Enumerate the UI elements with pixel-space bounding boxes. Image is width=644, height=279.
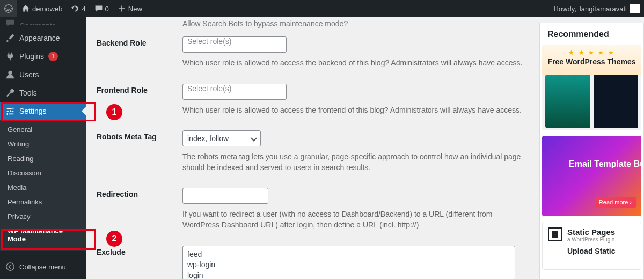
new-label: New [128, 5, 142, 13]
collapse-menu[interactable]: Collapse menu [0, 258, 86, 276]
star-icon: ★ ★ ★ ★ ★ [542, 45, 641, 56]
sidebar-label: Users [19, 70, 39, 79]
settings-submenu: General Writing Reading Discussion Media… [0, 120, 86, 251]
annotation-callout-1: 1 [106, 104, 122, 120]
sidebar-label: Plugins [19, 52, 44, 61]
plus-icon [118, 4, 126, 13]
robots-select[interactable]: index, follow [182, 130, 261, 146]
frontend-role-select[interactable]: Select role(s) [182, 84, 287, 100]
sidebar-label: Settings [19, 107, 47, 115]
frontend-role-label: Frontend Role [97, 84, 182, 94]
svg-point-1 [8, 71, 12, 75]
chevron-down-icon [251, 136, 257, 142]
updates-link[interactable]: 4 [67, 0, 90, 17]
sidebar-item-appearance[interactable]: Appearance [0, 29, 86, 47]
sub-wp-maintenance[interactable]: WP Maintenance Mode [0, 224, 86, 246]
updates-count: 4 [82, 5, 85, 13]
admin-sidebar: Comments Appearance Plugins 1 Users Tool… [0, 17, 86, 279]
sidebar-label: Comments [19, 21, 56, 25]
promo-email-template[interactable]: Email Template Builder Read more › [542, 136, 641, 216]
robots-label: Robots Meta Tag [97, 130, 182, 141]
admin-bar-right[interactable]: Howdy, langitamaravati [553, 4, 644, 13]
wrench-icon [5, 88, 15, 98]
comments-count: 0 [105, 5, 109, 13]
home-icon [21, 4, 30, 13]
sub-permalinks[interactable]: Permalinks [0, 195, 86, 209]
user-icon [5, 70, 15, 79]
backend-role-placeholder: Select role(s) [187, 37, 231, 46]
robots-desc: The robots meta tag lets you use a granu… [182, 152, 526, 173]
promo-static-pages[interactable]: Static Pages a WordPress Plugin Upload S… [542, 222, 641, 270]
recommended-panel: Recommended ★ ★ ★ ★ ★ Free WordPress The… [539, 23, 644, 279]
comment-icon [94, 4, 103, 13]
sidebar-item-comments-peek[interactable]: Comments [0, 17, 86, 29]
admin-bar-left: demoweb 4 0 New [0, 0, 147, 17]
avatar [630, 4, 640, 13]
promo3-sub: a WordPress Plugin [567, 237, 615, 243]
recommended-title: Recommended [540, 23, 643, 45]
sub-writing[interactable]: Writing [0, 137, 86, 151]
promo3-body: Upload Static [567, 247, 615, 255]
plugins-badge: 1 [48, 52, 58, 61]
sidebar-item-tools[interactable]: Tools [0, 84, 86, 102]
redirection-input[interactable] [182, 188, 268, 204]
collapse-icon [5, 262, 15, 271]
exclude-textarea[interactable]: feed wp-login login [182, 246, 515, 279]
wordpress-icon [4, 4, 13, 13]
plug-icon [5, 52, 15, 61]
collapse-label: Collapse menu [19, 263, 66, 271]
site-link[interactable]: demoweb [17, 0, 67, 17]
refresh-icon [71, 4, 79, 13]
comment-icon [5, 18, 15, 28]
static-pages-icon [548, 227, 562, 241]
admin-bar: demoweb 4 0 New Howdy, langitamaravati [0, 0, 644, 17]
frontend-role-placeholder: Select role(s) [187, 84, 231, 93]
robots-value: index, follow [187, 134, 229, 143]
sub-privacy[interactable]: Privacy [0, 209, 86, 224]
backend-role-label: Backend Role [97, 36, 182, 47]
annotation-callout-2: 2 [106, 231, 122, 247]
sidebar-item-users[interactable]: Users [0, 65, 86, 84]
svg-point-2 [6, 263, 14, 270]
sub-discussion[interactable]: Discussion [0, 166, 86, 180]
promo-free-themes[interactable]: ★ ★ ★ ★ ★ Free WordPress Themes [542, 45, 641, 130]
promo2-title: Email Template Builder [569, 159, 641, 169]
exclude-label: Exclude [97, 246, 182, 256]
backend-role-desc: Which user role is allowed to access the… [182, 58, 526, 69]
promo3-title: Static Pages [567, 227, 615, 237]
backend-role-select[interactable]: Select role(s) [182, 36, 287, 53]
howdy-prefix: Howdy, [553, 5, 576, 13]
sub-reading[interactable]: Reading [0, 151, 86, 166]
new-link[interactable]: New [113, 0, 147, 17]
promo2-cta[interactable]: Read more › [595, 197, 636, 208]
sidebar-item-settings[interactable]: Settings [0, 102, 86, 120]
sub-general[interactable]: General [0, 122, 86, 137]
site-name: demoweb [32, 5, 62, 13]
sidebar-label: Appearance [19, 34, 60, 42]
frontend-role-desc: Which user role is allowed to access the… [182, 105, 526, 116]
wp-logo[interactable] [0, 0, 17, 17]
promo1-mockup [545, 75, 638, 128]
username: langitamaravati [580, 5, 627, 13]
brush-icon [5, 33, 15, 43]
sidebar-item-plugins[interactable]: Plugins 1 [0, 47, 86, 65]
sub-media[interactable]: Media [0, 180, 86, 195]
main-content: Allow Search Bots to bypass maintenance … [86, 17, 644, 279]
comments-link[interactable]: 0 [90, 0, 113, 17]
sidebar-label: Tools [19, 89, 37, 97]
sliders-icon [5, 106, 15, 116]
redirection-label: Redirection [97, 188, 182, 199]
promo1-title: Free WordPress Themes [542, 56, 641, 69]
redirection-desc: If you want to redirect a user (with no … [182, 209, 526, 230]
